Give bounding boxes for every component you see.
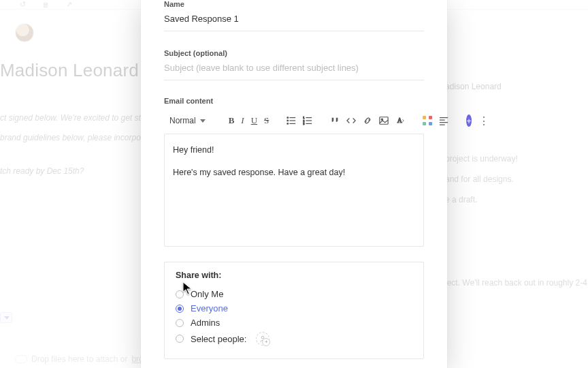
share-option-admins[interactable]: Admins: [176, 316, 412, 330]
share-option-label: Only Me: [191, 289, 223, 299]
bg-right-line: e a draft.: [445, 195, 588, 204]
svg-point-4: [287, 123, 289, 125]
underline-button[interactable]: U: [251, 115, 257, 126]
share-option-everyone[interactable]: Everyone: [176, 301, 412, 316]
svg-point-13: [382, 119, 383, 120]
avatar: [15, 23, 34, 42]
subject-label: Subject (optional): [164, 49, 424, 57]
bold-button[interactable]: B: [229, 115, 235, 126]
dropzone: Drop files here to attach or brows: [15, 354, 153, 364]
cloud-icon: [15, 355, 27, 363]
svg-text:3: 3: [303, 122, 305, 125]
bg-text-line: ct signed below. We're excited to get st…: [0, 113, 150, 123]
share-option-label: Select people:: [191, 334, 246, 344]
history-icon: ↺: [18, 0, 27, 10]
bg-text-line: tch ready by Dec 15th?: [0, 166, 84, 176]
svg-point-2: [287, 120, 289, 121]
saved-response-modal: Name Subject (optional) Email content No…: [141, 0, 447, 368]
editor-toolbar: Normal B I U S 123: [164, 112, 424, 129]
text-color-button[interactable]: A: [395, 115, 405, 126]
bg-right-line: and for all designs.: [445, 174, 588, 184]
bullet-list-button[interactable]: [287, 115, 296, 126]
share-option-label: Everyone: [191, 303, 228, 313]
share-with-title: Share with:: [176, 271, 412, 280]
email-content-label: Email content: [164, 97, 424, 105]
add-people-icon[interactable]: [256, 332, 270, 346]
ordered-list-button[interactable]: 123: [303, 115, 312, 126]
share-option-only-me[interactable]: Only Me: [176, 287, 412, 301]
bg-right-line: ject. We'll reach back out in roughly 2-…: [445, 278, 588, 288]
open-icon: ↗: [64, 0, 74, 10]
format-select[interactable]: Normal: [169, 116, 211, 125]
contact-name: Madison Leonard: [0, 60, 139, 81]
chevron-down-icon: [200, 119, 206, 123]
share-with-group: Share with: Only Me Everyone Admins Sele…: [164, 262, 424, 359]
image-button[interactable]: [379, 115, 389, 126]
insert-plus-button[interactable]: +: [466, 114, 472, 127]
svg-text:A: A: [397, 117, 402, 124]
italic-button[interactable]: I: [241, 115, 244, 126]
format-chip: [0, 312, 12, 323]
share-option-label: Admins: [191, 318, 220, 328]
email-body-line: Here's my saved response. Have a great d…: [173, 166, 415, 179]
radio-icon: [176, 319, 184, 327]
background-right-panel: adison Leonard project is underway! and …: [445, 82, 588, 298]
strikethrough-button[interactable]: S: [264, 115, 269, 126]
blockquote-button[interactable]: [330, 115, 340, 126]
email-body-editor[interactable]: Hey friend! Here's my saved response. Ha…: [164, 134, 424, 247]
radio-icon: [176, 290, 184, 298]
align-button[interactable]: [439, 115, 448, 126]
dropzone-text: Drop files here to attach or: [31, 354, 127, 364]
share-option-select-people[interactable]: Select people:: [176, 330, 412, 348]
code-button[interactable]: [346, 115, 356, 126]
svg-point-0: [287, 117, 289, 119]
svg-point-19: [262, 336, 265, 339]
bg-text-line: brand guidelines below, please incorpora…: [0, 133, 155, 142]
bg-right-line: project is underway!: [445, 154, 588, 164]
emoji-grid-button[interactable]: [423, 115, 432, 126]
name-input[interactable]: [164, 8, 424, 31]
radio-icon: [176, 335, 184, 343]
email-body-line: Hey friend!: [173, 144, 415, 157]
link-button[interactable]: [363, 115, 372, 126]
bg-right-name: adison Leonard: [445, 82, 588, 91]
subject-input[interactable]: [164, 57, 424, 80]
note-icon: 🗎: [41, 0, 50, 10]
radio-icon: [176, 305, 184, 313]
format-select-value: Normal: [169, 116, 196, 125]
more-button[interactable]: ⋮: [478, 115, 489, 126]
name-label: Name: [164, 0, 424, 8]
